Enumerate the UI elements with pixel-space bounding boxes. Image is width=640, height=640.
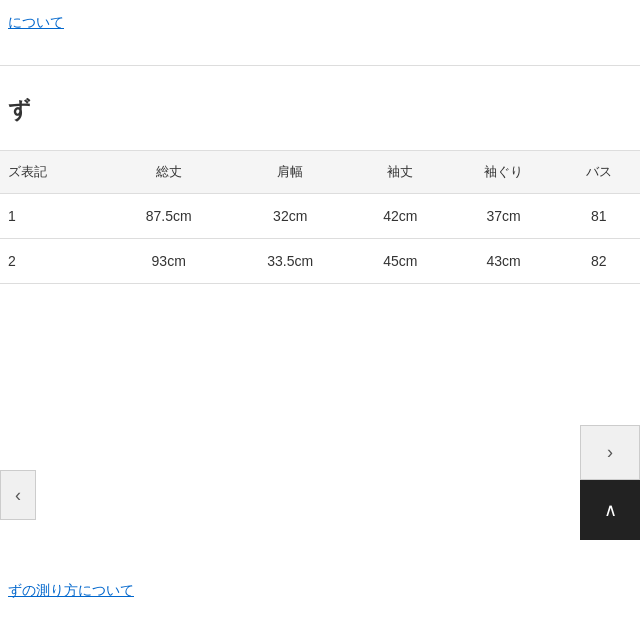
chevron-up-icon: ∧ bbox=[604, 499, 617, 521]
cell-total-length-1: 87.5cm bbox=[108, 194, 230, 239]
divider-top bbox=[0, 65, 640, 66]
col-header-bust: バス bbox=[558, 151, 640, 194]
cell-sleeve-opening-1: 37cm bbox=[450, 194, 558, 239]
cell-sleeve-2: 45cm bbox=[351, 239, 450, 284]
nav-left-button[interactable]: ‹ bbox=[0, 470, 36, 520]
bottom-link[interactable]: ずの測り方について bbox=[8, 582, 134, 600]
nav-right-button[interactable]: › bbox=[580, 425, 640, 480]
col-header-size: ズ表記 bbox=[0, 151, 108, 194]
cell-bust-2: 82 bbox=[558, 239, 640, 284]
col-header-sleeve-opening: 袖ぐり bbox=[450, 151, 558, 194]
col-header-sleeve: 袖丈 bbox=[351, 151, 450, 194]
chevron-left-icon: ‹ bbox=[15, 485, 21, 506]
scroll-to-top-button[interactable]: ∧ bbox=[580, 480, 640, 540]
size-table-container: ズ表記 総丈 肩幅 袖丈 袖ぐり バス 1 87.5cm 32cm 42cm 3… bbox=[0, 150, 640, 284]
cell-shoulder-2: 33.5cm bbox=[229, 239, 351, 284]
col-header-total-length: 総丈 bbox=[108, 151, 230, 194]
cell-size-1: 1 bbox=[0, 194, 108, 239]
table-row: 2 93cm 33.5cm 45cm 43cm 82 bbox=[0, 239, 640, 284]
section-title: ず bbox=[8, 95, 31, 125]
page-container: について ず ズ表記 総丈 肩幅 袖丈 袖ぐり バス 1 87.5cm 3 bbox=[0, 0, 640, 640]
table-header-row: ズ表記 総丈 肩幅 袖丈 袖ぐり バス bbox=[0, 151, 640, 194]
size-table: ズ表記 総丈 肩幅 袖丈 袖ぐり バス 1 87.5cm 32cm 42cm 3… bbox=[0, 150, 640, 284]
cell-total-length-2: 93cm bbox=[108, 239, 230, 284]
cell-size-2: 2 bbox=[0, 239, 108, 284]
cell-sleeve-opening-2: 43cm bbox=[450, 239, 558, 284]
top-link[interactable]: について bbox=[0, 10, 72, 36]
cell-shoulder-1: 32cm bbox=[229, 194, 351, 239]
table-row: 1 87.5cm 32cm 42cm 37cm 81 bbox=[0, 194, 640, 239]
cell-sleeve-1: 42cm bbox=[351, 194, 450, 239]
right-button-area: › ∧ bbox=[580, 425, 640, 540]
cell-bust-1: 81 bbox=[558, 194, 640, 239]
chevron-right-icon: › bbox=[607, 442, 613, 463]
col-header-shoulder: 肩幅 bbox=[229, 151, 351, 194]
